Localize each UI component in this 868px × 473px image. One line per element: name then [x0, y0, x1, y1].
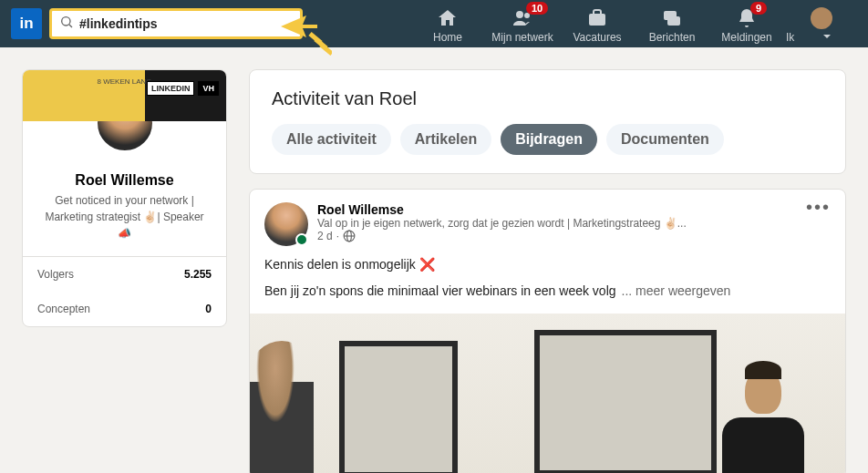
stat-label: Volgers — [37, 268, 74, 281]
search-box[interactable] — [49, 8, 303, 39]
stat-drafts[interactable]: Concepten 0 — [23, 292, 226, 326]
post-menu-button[interactable]: ••• — [806, 197, 831, 218]
svg-point-0 — [62, 17, 70, 26]
svg-rect-10 — [667, 16, 680, 26]
messages-icon — [661, 7, 683, 29]
cover-tag: 8 WEKEN LANG — [97, 77, 151, 86]
avatar-icon — [811, 7, 832, 29]
nav-home[interactable]: Home — [412, 4, 483, 44]
tab-all-activity[interactable]: Alle activiteit — [272, 124, 391, 155]
online-indicator — [295, 233, 308, 246]
nav-notifications[interactable]: 9 Meldingen — [711, 4, 782, 44]
stat-label: Concepten — [37, 303, 90, 315]
linkedin-logo[interactable]: in — [11, 8, 42, 39]
activity-header-card: Activiteit van Roel Alle activiteit Arti… — [249, 69, 846, 174]
post-author-subtitle: Val op in je eigen netwerk, zorg dat je … — [317, 217, 831, 230]
profile-card: 8 WEKEN LANG LINKEDIN VH Roel Willemse G… — [22, 69, 227, 327]
tab-posts[interactable]: Bijdragen — [501, 124, 597, 155]
nav-label: Meldingen — [721, 31, 771, 44]
nav-network[interactable]: 10 Mijn netwerk — [487, 4, 558, 44]
nav-jobs[interactable]: Vacatures — [562, 4, 633, 44]
svg-line-1 — [69, 25, 72, 27]
stat-value: 0 — [205, 303, 212, 315]
search-icon — [59, 15, 74, 33]
briefcase-icon — [586, 7, 608, 29]
tab-articles[interactable]: Artikelen — [400, 124, 491, 155]
badge: 10 — [526, 2, 548, 15]
stat-value: 5.255 — [184, 268, 212, 281]
stat-followers[interactable]: Volgers 5.255 — [23, 257, 226, 292]
post-text-line: Ben jij zo'n spons die minimaal vier web… — [264, 282, 616, 301]
post-image[interactable] — [250, 314, 845, 473]
annotation-arrow — [281, 15, 332, 61]
dot-separator: · — [336, 230, 339, 242]
post-see-more[interactable]: ... meer weergeven — [622, 282, 731, 301]
post-text-line: Kennis delen is onmogelijk ❌ — [264, 255, 831, 274]
svg-rect-8 — [589, 14, 605, 26]
nav-messages[interactable]: Berichten — [636, 4, 708, 44]
nav-label: Berichten — [649, 31, 696, 44]
chevron-down-icon — [822, 32, 832, 41]
cover-badge: LINKEDIN — [147, 81, 195, 96]
nav-label: Home — [433, 31, 462, 44]
badge: 9 — [750, 2, 767, 15]
post-time: 2 d — [317, 230, 333, 242]
post-author-name[interactable]: Roel Willemse — [317, 202, 831, 217]
tab-documents[interactable]: Documenten — [606, 124, 724, 155]
activity-title: Activiteit van Roel — [272, 88, 823, 109]
nav-label: Mijn netwerk — [491, 31, 553, 44]
globe-icon — [343, 230, 356, 242]
cover-badge: VH — [198, 81, 219, 96]
nav-me[interactable]: Ik — [786, 4, 857, 44]
nav-label: Ik — [786, 31, 794, 44]
post-card: Roel Willemse Val op in je eigen netwerk… — [249, 189, 846, 473]
home-icon — [437, 7, 459, 29]
svg-point-6 — [516, 11, 523, 18]
nav-label: Vacatures — [573, 31, 621, 44]
cover-image: 8 WEKEN LANG LINKEDIN VH — [23, 70, 226, 121]
profile-tagline: Get noticed in your network | Marketing … — [23, 189, 226, 256]
search-input[interactable] — [79, 16, 293, 31]
profile-name[interactable]: Roel Willemse — [23, 172, 226, 189]
